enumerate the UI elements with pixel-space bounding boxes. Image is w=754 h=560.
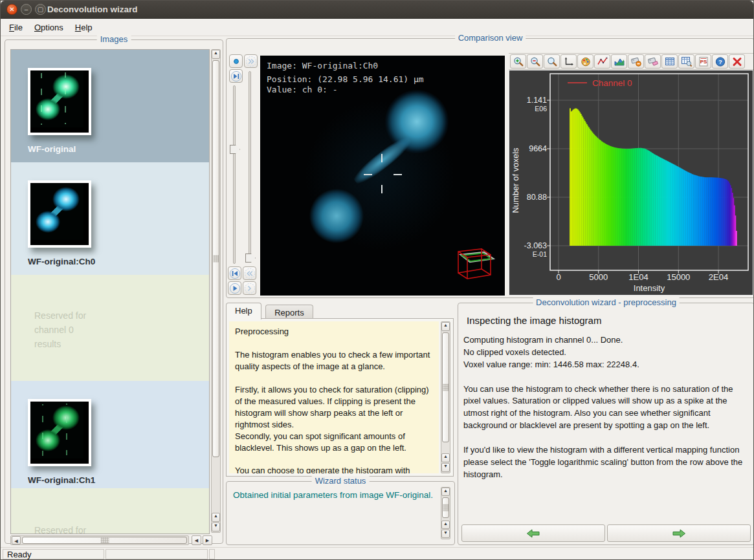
images-hscroll-thumb[interactable] — [22, 537, 187, 544]
ps-export-button[interactable]: PS — [695, 54, 711, 69]
scroll-up-icon[interactable]: ▲ — [212, 50, 220, 59]
help-scroll-thumb[interactable] — [442, 332, 449, 442]
image-thumbnail[interactable] — [28, 68, 91, 135]
statusbar-cell — [209, 549, 215, 559]
comparison-view-title: Comparison view — [455, 33, 526, 43]
svg-text:Channel 0: Channel 0 — [592, 78, 632, 88]
comparison-view-panel: Comparison view — [226, 38, 754, 298]
scroll-down-icon[interactable]: ▼ — [212, 522, 220, 532]
palette-button[interactable] — [577, 54, 593, 69]
tag-erase-button[interactable] — [645, 54, 661, 69]
axes-button[interactable] — [560, 54, 577, 69]
menu-help[interactable]: Help — [69, 21, 98, 34]
svg-text:1E04: 1E04 — [628, 272, 648, 282]
help-paragraph: Firstly, it allows you to check for satu… — [235, 384, 433, 431]
image-list-item-WF-original[interactable]: WF-original — [11, 50, 209, 162]
help-tab-widget: Help Reports PreprocessingThe histogram … — [226, 301, 454, 477]
wizard-paragraph: Computing histogram in channel 0... Done… — [463, 334, 748, 371]
scroll-up-icon[interactable]: ▲ — [212, 513, 220, 522]
table-inspect-icon — [681, 56, 693, 67]
viewer-skip-to-start-button[interactable] — [228, 266, 241, 280]
svg-text:Number of voxels: Number of voxels — [511, 147, 520, 213]
scroll-up-icon[interactable]: ▲ — [441, 488, 450, 496]
wizard-heading: Inspecting the image histogram — [467, 315, 601, 326]
svg-text:1.141: 1.141 — [527, 96, 547, 105]
dot-icon — [230, 56, 242, 67]
images-vscrollbar[interactable]: ▲ ▲ ▼ — [211, 49, 221, 533]
zoom-in-button[interactable] — [510, 54, 526, 69]
images-vscroll-thumb[interactable] — [212, 60, 219, 457]
crosshair-icon — [381, 154, 383, 162]
image-label: WF-original:Ch0 — [28, 257, 95, 266]
help-paragraph: The histogram enables you to check a few… — [235, 349, 433, 372]
viewer-slider-2-handle[interactable] — [245, 253, 256, 263]
viewer-slider-vertical-1[interactable] — [233, 85, 236, 264]
tag-remove-button[interactable] — [628, 54, 644, 69]
close-view-button[interactable] — [729, 54, 745, 69]
scroll-down-icon[interactable]: ▼ — [441, 530, 450, 538]
status-scroll-thumb[interactable] — [442, 497, 449, 518]
forward-icon — [244, 283, 256, 294]
viewer-forward-button[interactable] — [243, 281, 256, 295]
image-viewer[interactable]: Image: WF-original:Ch0 Position: (22.98 … — [260, 56, 505, 296]
scroll-up-icon[interactable]: ▲ — [441, 322, 450, 331]
scroll-up-icon[interactable]: ▲ — [441, 521, 450, 529]
window-minimize-button[interactable]: – — [21, 4, 32, 15]
scroll-left-icon[interactable]: ◀ — [192, 535, 201, 545]
histogram-style-button[interactable] — [611, 54, 627, 69]
image-list-item-reserved[interactable]: Reserved forchannel 0results — [11, 275, 209, 381]
help-paragraph: Preprocessing — [235, 326, 433, 338]
viewer-dot-toggle-button[interactable] — [229, 54, 243, 68]
svg-text:Intensity: Intensity — [634, 283, 665, 293]
viewer-fast-forward-button[interactable] — [244, 54, 258, 68]
status-vscrollbar[interactable]: ▲ ▲ ▼ — [441, 487, 450, 539]
data-table-button[interactable] — [661, 54, 678, 69]
image-thumbnail[interactable] — [28, 180, 91, 248]
play-icon — [229, 283, 241, 294]
back-arrow-icon — [525, 529, 542, 538]
help-paragraph — [235, 338, 433, 349]
image-label: WF-original:Ch1 — [28, 475, 95, 485]
menu-options[interactable]: Options — [28, 21, 69, 34]
window-maximize-button[interactable]: ▢ — [35, 4, 46, 15]
menu-file[interactable]: File — [3, 21, 28, 34]
rewind-icon — [244, 268, 256, 279]
viewer-slider-1-handle[interactable] — [230, 145, 240, 154]
scroll-grip — [100, 537, 109, 543]
scroll-grip — [443, 504, 449, 512]
scroll-up-icon[interactable]: ▲ — [441, 453, 450, 462]
profile-plot-button[interactable] — [594, 54, 610, 69]
scroll-down-icon[interactable]: ▼ — [441, 463, 450, 472]
histogram-chart: 1.141E06966480.88-3.063E-01050001E041500… — [509, 70, 753, 296]
window-close-button[interactable]: ✕ — [6, 4, 17, 15]
svg-text:E-01: E-01 — [533, 250, 547, 258]
image-list-item-WF-original:Ch0[interactable]: WF-original:Ch0 — [11, 162, 209, 275]
zoom-out-icon — [529, 56, 541, 67]
wizard-body-text: Computing histogram in channel 0... Done… — [463, 334, 748, 493]
titlebar: ✕ – ▢ Deconvolution wizard — [1, 1, 753, 19]
image-list-item-WF-original:Ch1[interactable]: WF-original:Ch1 — [11, 381, 209, 488]
viewer-rewind-button[interactable] — [243, 266, 256, 280]
image-thumbnail[interactable] — [28, 399, 91, 466]
wizard-paragraph: You can use the histogram to check wheth… — [463, 383, 748, 432]
statusbar-cell — [216, 549, 752, 559]
viewer-slider-vertical-2[interactable] — [249, 71, 251, 260]
scroll-right-icon[interactable]: ▶ — [203, 535, 212, 545]
image-list-item-reserved[interactable]: Reserved for — [11, 488, 209, 533]
back-button[interactable] — [461, 524, 605, 542]
histogram-toolbar: PS? — [509, 53, 753, 70]
table-inspect-button[interactable] — [678, 54, 694, 69]
viewer-play-button[interactable] — [228, 281, 241, 295]
zoom-out-button[interactable] — [527, 54, 543, 69]
help-vscrollbar[interactable]: ▲ ▲ ▼ — [441, 321, 450, 473]
svg-text:9664: 9664 — [529, 144, 547, 153]
forward-button[interactable] — [607, 524, 751, 542]
palette-icon — [580, 56, 592, 67]
help-paragraph: You can choose to generate the histogram… — [235, 465, 433, 473]
scroll-left-icon[interactable]: ◀ — [12, 536, 21, 544]
viewer-skip-to-end-button[interactable] — [229, 69, 243, 83]
tab-help[interactable]: Help — [226, 303, 261, 319]
zoom-reset-button[interactable] — [544, 54, 560, 69]
images-hscrollbar[interactable]: ◀ — [10, 535, 189, 545]
help-button[interactable]: ? — [712, 54, 728, 69]
